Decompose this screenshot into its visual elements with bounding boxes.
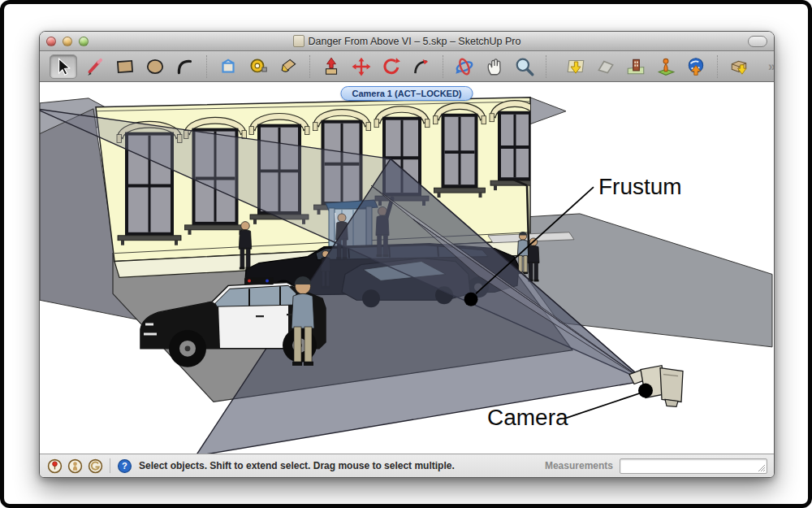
- arc-tool-icon: [175, 56, 196, 77]
- scene-tab[interactable]: Camera 1 (ACT–LOCKED): [340, 86, 473, 101]
- toolbar-overflow-chevron-icon[interactable]: »: [768, 59, 775, 74]
- sketchup-document-icon: [293, 35, 304, 47]
- camera-leader-line: [566, 393, 641, 418]
- resize-grip-icon[interactable]: [758, 464, 766, 472]
- follow-me-button[interactable]: [409, 54, 434, 79]
- toolbar-separator: [206, 55, 207, 78]
- geolocation-button[interactable]: [46, 458, 63, 475]
- pan-tool-icon: [484, 56, 505, 77]
- move-tool-button[interactable]: [349, 54, 374, 79]
- add-location-button[interactable]: [564, 54, 588, 79]
- toolbar-group: [564, 54, 708, 79]
- line-tool-button[interactable]: [83, 54, 107, 79]
- toolbar-group: [452, 54, 537, 79]
- line-tool-icon: [84, 56, 106, 77]
- toolbar-toggle-lozenge[interactable]: [748, 36, 767, 47]
- frustum-dot: [464, 293, 478, 306]
- toggle-terrain-icon: [595, 56, 616, 77]
- titlebar: Danger From Above VI – 5.skp – SketchUp …: [40, 32, 774, 51]
- toolbar-separator: [546, 55, 546, 78]
- circle-tool-icon: [145, 56, 166, 77]
- follow-me-icon: [411, 56, 432, 77]
- place-model-icon: [655, 56, 676, 77]
- photo-textures-icon: [625, 56, 646, 77]
- license-icon: [88, 458, 103, 474]
- tape-measure-button[interactable]: [246, 54, 270, 79]
- push-pull-button[interactable]: [319, 54, 343, 79]
- add-location-icon: [565, 56, 586, 77]
- frustum-label: Frustum: [598, 174, 682, 199]
- minimize-button[interactable]: [63, 37, 72, 46]
- help-button[interactable]: ?: [116, 458, 133, 475]
- circle-tool-button[interactable]: [143, 54, 167, 79]
- orbit-tool-button[interactable]: [452, 54, 477, 79]
- make-component-button[interactable]: [216, 54, 240, 79]
- select-tool-button[interactable]: [50, 54, 77, 79]
- measurements-label: Measurements: [545, 460, 613, 471]
- move-tool-icon: [351, 56, 372, 77]
- camera-dot: [638, 384, 653, 398]
- credit-person-button[interactable]: [67, 458, 84, 475]
- toolbar: »: [40, 51, 774, 82]
- select-tool-icon: [53, 56, 74, 77]
- rectangle-tool-button[interactable]: [113, 54, 137, 79]
- rotate-tool-icon: [381, 56, 402, 77]
- rotate-tool-button[interactable]: [379, 54, 404, 79]
- get-models-button[interactable]: [727, 54, 751, 79]
- toolbar-separator: [717, 55, 718, 78]
- help-icon: ?: [117, 458, 132, 474]
- viewport-3d[interactable]: FrustumCamera: [40, 82, 774, 454]
- toolbar-group: [216, 54, 300, 79]
- close-button[interactable]: [46, 37, 56, 46]
- toolbar-group: [319, 54, 434, 79]
- orbit-tool-icon: [454, 56, 475, 77]
- svg-text:?: ?: [122, 461, 127, 471]
- viewport: Camera 1 (ACT–LOCKED) FrustumCamera: [40, 82, 774, 454]
- window-title-wrap: Danger From Above VI – 5.skp – SketchUp …: [40, 35, 774, 47]
- toolbar-separator: [443, 55, 443, 78]
- toolbar-group: [50, 54, 197, 79]
- pan-tool-button[interactable]: [482, 54, 507, 79]
- google-earth-icon: [685, 56, 706, 77]
- paint-bucket-icon: [278, 56, 299, 77]
- window-title: Danger From Above VI – 5.skp – SketchUp …: [309, 36, 521, 47]
- push-pull-icon: [321, 56, 342, 77]
- rectangle-tool-icon: [114, 56, 136, 77]
- paint-bucket-button[interactable]: [276, 54, 300, 79]
- license-button[interactable]: [87, 458, 104, 475]
- zoom-button[interactable]: [79, 37, 89, 46]
- get-models-icon: [728, 56, 749, 77]
- toolbar-group: [727, 54, 751, 79]
- zoom-tool-icon: [514, 56, 535, 77]
- status-hint: Select objects. Shift to extend select. …: [139, 460, 455, 471]
- photo-textures-button[interactable]: [624, 54, 648, 79]
- measurements-input[interactable]: [620, 458, 767, 474]
- geolocation-icon: [47, 458, 63, 474]
- zoom-tool-button[interactable]: [512, 54, 537, 79]
- statusbar: ? Select objects. Shift to extend select…: [40, 454, 774, 477]
- make-component-icon: [218, 56, 239, 77]
- sketchup-window: Danger From Above VI – 5.skp – SketchUp …: [39, 31, 775, 478]
- credit-person-icon: [67, 458, 83, 474]
- google-earth-button[interactable]: [684, 54, 708, 79]
- toggle-terrain-button[interactable]: [594, 54, 618, 79]
- statusbar-divider: [110, 458, 110, 473]
- camera-label: Camera: [487, 405, 568, 430]
- place-model-button[interactable]: [654, 54, 678, 79]
- window-controls: [46, 37, 89, 46]
- arc-tool-button[interactable]: [173, 54, 197, 79]
- toolbar-separator: [309, 55, 310, 78]
- camera-model: [629, 366, 683, 407]
- tape-measure-icon: [248, 56, 269, 77]
